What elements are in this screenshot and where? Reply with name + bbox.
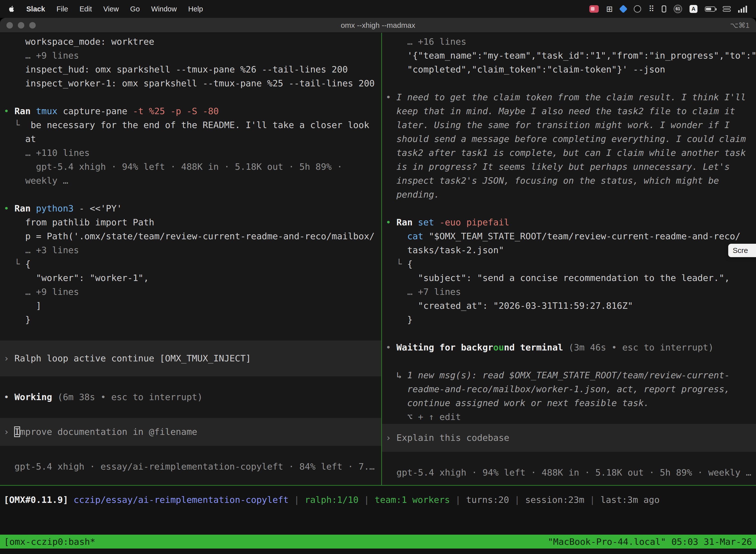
menu-help[interactable]: Help (188, 5, 203, 13)
tmux-host-clock: "MacBook-Pro-44.local" 05:03 31-Mar-26 (548, 537, 752, 547)
right-terminal-pane[interactable]: … +16 lines '{"team_name":"my-team","tas… (382, 33, 756, 485)
control-center-icon[interactable] (723, 6, 731, 12)
terminal-line: inspect_worker-1: omx sparkshell --tmux-… (0, 76, 381, 90)
text-segment: later. Using the same for transition mig… (386, 120, 730, 130)
blank-line (382, 452, 756, 466)
status-segment: | (584, 495, 601, 505)
text-segment: p = Path('.omx/state/team/review-current… (4, 231, 375, 241)
terminal-line: └ { (0, 257, 381, 271)
text-segment: gpt-5.4 xhigh · essay/ai-reimplementatio… (4, 461, 375, 472)
omx-status-line: [OMX#0.11.9] cczip/essay/ai-reimplementa… (0, 493, 756, 507)
apple-menu-icon[interactable] (9, 5, 15, 13)
text-segment: └ (4, 120, 30, 130)
text-segment: … +110 lines (4, 148, 90, 158)
terminal-line: • I need to get the claim token from the… (382, 90, 756, 104)
terminal-line: cat "$OMX_TEAM_STATE_ROOT/team/review-cu… (382, 229, 756, 243)
terminal-line: at (0, 132, 381, 146)
text-segment: "created_at": "2026-03-31T11:59:27.816Z" (386, 300, 633, 311)
text-segment: … +16 lines (386, 37, 466, 47)
terminal-line: … +16 lines (382, 35, 756, 49)
status-segment: [OMX#0.11.9] (4, 495, 68, 505)
terminal-line: weekly … (0, 174, 381, 188)
maximize-button[interactable] (29, 22, 36, 29)
terminal-line: └ { (382, 257, 756, 271)
terminal-line: task2 after task1 is complete, but can I… (382, 146, 756, 160)
text-segment: └ (4, 259, 25, 269)
text-segment: Waiting for backgr (396, 342, 493, 352)
text-segment: } (4, 315, 30, 325)
text-segment: tasks/task-2.json" (386, 245, 504, 255)
prompt-input[interactable]: › Improve documentation in @filename (0, 418, 381, 446)
menu-go[interactable]: Go (130, 5, 140, 13)
status-segment: | (359, 495, 375, 505)
battery-percentage-icon[interactable]: 61 (674, 5, 682, 13)
terminal-line: workspace_mode: worktree (0, 35, 381, 49)
text-segment: inspect_hud: omx sparkshell --tmux-pane … (4, 64, 348, 74)
terminal-line: gpt-5.4 xhigh · 94% left · 488K in · 5.1… (382, 466, 756, 480)
terminal-line: … +110 lines (0, 146, 381, 160)
terminal-line: } (0, 313, 381, 327)
blank-line (0, 327, 381, 340)
tmux-content: workspace_mode: worktree … +9 lines insp… (0, 33, 756, 485)
dark-circle-app-icon[interactable] (634, 5, 641, 13)
signal-icon[interactable] (738, 5, 747, 13)
text-segment: -t %25 -p -S -80 (133, 106, 219, 116)
prompt-input[interactable]: › Explain this codebase (382, 424, 756, 452)
text-segment: continue assigned work or next feasible … (386, 398, 649, 408)
battery-icon[interactable] (705, 6, 715, 12)
menu-file[interactable]: File (57, 5, 68, 13)
text-segment: Working (14, 392, 57, 402)
status-segment: | (289, 495, 305, 505)
terminal-line: pending. (382, 188, 756, 202)
text-segment: be necessary for the end of the README. … (30, 120, 369, 130)
terminal-line: readme-and-reco/mailbox/worker-1.json, a… (382, 382, 756, 396)
screen-recording-indicator-icon[interactable] (589, 5, 599, 13)
status-segment: last:3m ago (601, 495, 659, 505)
text-segment: - <<'PY' (79, 203, 122, 214)
text-segment: inspect task2's JSON, focusing on the st… (386, 175, 719, 186)
recording-inner-shape (591, 7, 594, 11)
text-segment: '{"team_name":"my-team","task_id":"1","f… (386, 50, 756, 61)
menu-view[interactable]: View (104, 5, 119, 13)
terminal-line: • Ran python3 - <<'PY' (0, 202, 381, 215)
input-source-icon[interactable]: A (690, 5, 697, 13)
text-segment: › (4, 353, 14, 364)
text-segment: is in progress? It seems likely but perh… (386, 162, 730, 172)
dots-grid-icon[interactable]: ⠿ (649, 5, 654, 13)
blank-line (0, 446, 381, 460)
text-segment: … +9 lines (4, 50, 79, 61)
text-segment: mprove documentation in @filename (20, 427, 197, 437)
screen-recording-toast[interactable]: Scre (728, 244, 756, 257)
text-segment: } (386, 315, 413, 325)
status-segment: turns:20 (466, 495, 509, 505)
close-button[interactable] (6, 22, 13, 29)
text-segment: • (4, 392, 14, 402)
minimize-button[interactable] (18, 22, 24, 29)
left-terminal-pane[interactable]: workspace_mode: worktree … +9 lines insp… (0, 33, 382, 485)
text-segment: { (407, 259, 413, 269)
text-segment: … +3 lines (4, 245, 79, 255)
tmux-status-bar: [omx-cczip0:bash* "MacBook-Pro-44.local"… (0, 535, 756, 549)
active-app-name[interactable]: Slack (26, 5, 45, 13)
grid-icon[interactable]: ⊞ (606, 5, 613, 13)
terminal-line: … +7 lines (382, 285, 756, 299)
window-title-bar[interactable]: omx --xhigh --madmax ⌥⌘1 (0, 18, 756, 33)
terminal-line: inspect task2's JSON, focusing on the st… (382, 174, 756, 188)
text-segment: › (386, 433, 396, 443)
macos-menu-bar: Slack FileEditViewGoWindowHelp ⊞ ⠿ 61 A (0, 0, 756, 18)
terminal-line: is in progress? It seems likely but perh… (382, 160, 756, 174)
terminal-line: "created_at": "2026-03-31T11:59:27.816Z" (382, 299, 756, 313)
text-segment: inspect_worker-1: omx sparkshell --tmux-… (4, 78, 375, 88)
text-segment: Ran (14, 203, 36, 214)
phone-mirroring-icon[interactable] (662, 5, 666, 12)
status-segment: cczip/essay/ai-reimplementation-copyleft (74, 495, 289, 505)
text-segment: weekly … (4, 175, 68, 186)
text-segment: • (386, 92, 396, 102)
terminal-line: gpt-5.4 xhigh · 94% left · 488K in · 5.1… (0, 160, 381, 174)
menu-edit[interactable]: Edit (80, 5, 92, 13)
menu-window[interactable]: Window (151, 5, 177, 13)
blue-app-icon[interactable] (619, 5, 628, 13)
menu-items: FileEditViewGoWindowHelp (57, 5, 203, 13)
text-segment: • (4, 203, 14, 214)
terminal-line: … +9 lines (0, 285, 381, 299)
